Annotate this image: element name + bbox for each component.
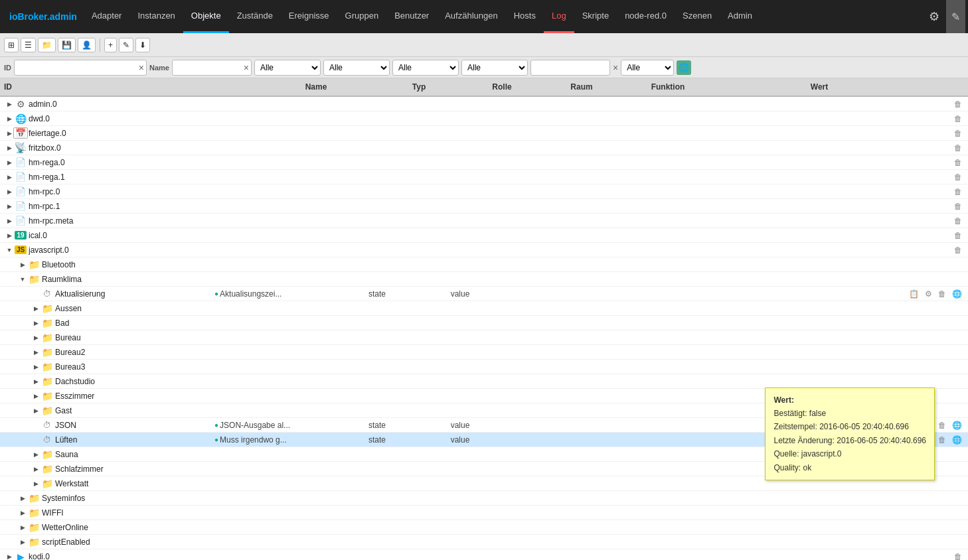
toolbar-edit-btn[interactable]: ✎ <box>119 38 133 52</box>
tree-row[interactable]: ▶ 📁 Systeminfos <box>0 491 968 506</box>
delete-btn[interactable]: 🗑 <box>952 157 964 168</box>
toolbar-folder-btn[interactable]: 📁 <box>38 38 56 52</box>
delete-btn[interactable]: 🗑 <box>952 113 964 124</box>
expand-btn[interactable]: ▶ <box>4 201 15 212</box>
expand-btn[interactable]: ▶ <box>17 508 28 518</box>
tree-row[interactable]: ▼ JS javascript.0 🗑 <box>0 243 968 257</box>
tree-row[interactable]: ▶ 📁 Bureau2 <box>0 345 968 360</box>
expand-btn[interactable]: ▶ <box>4 157 15 168</box>
expand-btn[interactable]: ▶ <box>31 391 41 401</box>
expand-btn[interactable]: ▶ <box>31 405 41 416</box>
globe-row-btn[interactable]: 🌐 <box>950 420 964 431</box>
toolbar-save-btn[interactable]: 💾 <box>58 38 76 52</box>
tree-row[interactable]: ▶ 📄 hm-rpc.1 🗑 <box>0 199 968 214</box>
tab-instanzen[interactable]: Instanzen <box>129 0 183 33</box>
tab-admin[interactable]: Admin <box>720 0 760 33</box>
edit-icon[interactable]: ✎ <box>946 0 965 33</box>
tab-szenen[interactable]: Szenen <box>675 0 720 33</box>
delete-btn[interactable]: 🗑 <box>952 230 964 241</box>
id-filter-clear[interactable]: × <box>139 62 144 73</box>
expand-btn[interactable]: ▶ <box>31 478 41 489</box>
expand-btn[interactable]: ▶ <box>17 493 28 504</box>
typ-filter-select[interactable]: Alle <box>254 60 321 76</box>
funktion-filter-select[interactable]: Alle <box>461 60 528 76</box>
wert-filter-input[interactable] <box>530 60 610 76</box>
tab-objekte[interactable]: Objekte <box>183 0 229 33</box>
expand-btn[interactable]: ▶ <box>31 449 41 460</box>
tree-row[interactable]: ▶ 📄 hm-rega.1 🗑 <box>0 170 968 184</box>
expand-btn[interactable]: ▶ <box>17 522 28 533</box>
delete-btn[interactable]: 🗑 <box>936 420 948 431</box>
raum-filter-select[interactable]: Alle <box>392 60 459 76</box>
expand-btn[interactable]: ▶ <box>31 464 41 474</box>
copy-btn[interactable]: 📋 <box>907 289 921 299</box>
tree-row[interactable]: ⏱ Aktualisierung ●Aktualisungszei... sta… <box>0 287 968 301</box>
tree-row[interactable]: ▶ 📅 feiertage.0 🗑 <box>0 126 968 141</box>
delete-btn[interactable]: 🗑 <box>952 99 964 109</box>
expand-btn[interactable]: ▼ <box>17 274 28 285</box>
tree-row[interactable]: ▶ 📄 hm-rpc.meta 🗑 <box>0 214 968 228</box>
expand-btn[interactable]: ▶ <box>31 347 41 358</box>
expand-btn[interactable]: ▶ <box>31 303 41 314</box>
globe-row-btn[interactable]: 🌐 <box>950 289 964 299</box>
tree-row[interactable]: ▶ 📡 fritzbox.0 🗑 <box>0 141 968 155</box>
wert-filter-clear[interactable]: × <box>613 62 618 73</box>
tab-gruppen[interactable]: Gruppen <box>337 0 387 33</box>
tab-adapter[interactable]: Adapter <box>84 0 130 33</box>
tree-area[interactable]: ▶ ⚙ admin.0 🗑 ▶ 🌐 dwd.0 🗑 ▶ 📅 feiertage.… <box>0 97 968 560</box>
tree-row[interactable]: ▶ 📁 Aussen <box>0 301 968 316</box>
expand-btn[interactable]: ▶ <box>31 332 41 343</box>
expand-btn[interactable]: ▶ <box>4 99 15 109</box>
expand-btn[interactable]: ▶ <box>4 230 15 241</box>
tab-aufzaehlungen[interactable]: Aufzählungen <box>437 0 506 33</box>
delete-btn[interactable]: 🗑 <box>952 245 964 255</box>
expand-btn[interactable]: ▼ <box>4 245 15 255</box>
delete-btn[interactable]: 🗑 <box>952 143 964 153</box>
tab-log[interactable]: Log <box>544 0 574 33</box>
toolbar-download-btn[interactable]: ⬇ <box>135 38 150 52</box>
globe-filter-btn[interactable]: 🌐 <box>677 60 691 75</box>
tree-row[interactable]: ▶ 📄 hm-rpc.0 🗑 <box>0 184 968 199</box>
wert-select[interactable]: Alle <box>621 60 674 76</box>
tree-row[interactable]: ▶ 🌐 dwd.0 🗑 <box>0 111 968 126</box>
tree-row[interactable]: ▶ ⚙ admin.0 🗑 <box>0 97 968 111</box>
toolbar-grid-btn[interactable]: ⊞ <box>4 38 19 52</box>
toolbar-add-btn[interactable]: + <box>104 38 117 52</box>
tab-benutzer[interactable]: Benutzer <box>386 0 437 33</box>
expand-btn[interactable]: ▶ <box>17 537 28 547</box>
tree-row[interactable]: ▶ 📁 scriptEnabled <box>0 535 968 549</box>
id-filter-input[interactable] <box>14 60 147 76</box>
expand-btn[interactable]: ▶ <box>4 551 15 561</box>
tab-hosts[interactable]: Hosts <box>506 0 544 33</box>
delete-btn[interactable]: 🗑 <box>952 216 964 226</box>
action-gear-btn[interactable]: ⚙ <box>923 289 934 299</box>
expand-btn[interactable]: ▶ <box>31 362 41 372</box>
tree-row[interactable]: ▶ 19 ical.0 🗑 <box>0 228 968 243</box>
tree-row[interactable]: ▶ 📁 WIFFI <box>0 506 968 520</box>
tree-row[interactable]: ▶ 📁 Bureau3 <box>0 360 968 374</box>
delete-btn[interactable]: 🗑 <box>952 551 964 561</box>
expand-btn[interactable]: ▶ <box>4 216 15 226</box>
tree-row[interactable]: ▶ 📁 Bad <box>0 316 968 330</box>
tree-row[interactable]: ▶ ▶ kodi.0 🗑 <box>0 549 968 560</box>
tab-nodered[interactable]: node-red.0 <box>617 0 675 33</box>
delete-btn[interactable]: 🗑 <box>952 128 964 139</box>
settings-icon[interactable]: ⚙ <box>922 0 946 33</box>
expand-btn[interactable]: ▶ <box>4 186 15 197</box>
globe-row-btn[interactable]: 🌐 <box>950 435 964 445</box>
rolle-filter-select[interactable]: Alle <box>323 60 390 76</box>
tree-row[interactable]: ▼ 📁 Raumklima <box>0 272 968 287</box>
delete-btn[interactable]: 🗑 <box>952 186 964 197</box>
expand-btn[interactable]: ▶ <box>31 318 41 328</box>
toolbar-list-btn[interactable]: ☰ <box>21 38 36 52</box>
tab-skripte[interactable]: Skripte <box>574 0 617 33</box>
tree-row[interactable]: ▶ 📁 Bluetooth <box>0 257 968 272</box>
delete-btn[interactable]: 🗑 <box>952 172 964 182</box>
tree-row[interactable]: ▶ 📁 WetterOnline <box>0 520 968 535</box>
toolbar-user-btn[interactable]: 👤 <box>78 38 96 52</box>
expand-btn[interactable]: ▶ <box>4 113 15 124</box>
tree-row[interactable]: ▶ 📄 hm-rega.0 🗑 <box>0 155 968 170</box>
expand-btn[interactable]: ▶ <box>4 143 15 153</box>
expand-btn[interactable]: ▶ <box>4 172 15 182</box>
delete-btn[interactable]: 🗑 <box>952 201 964 212</box>
